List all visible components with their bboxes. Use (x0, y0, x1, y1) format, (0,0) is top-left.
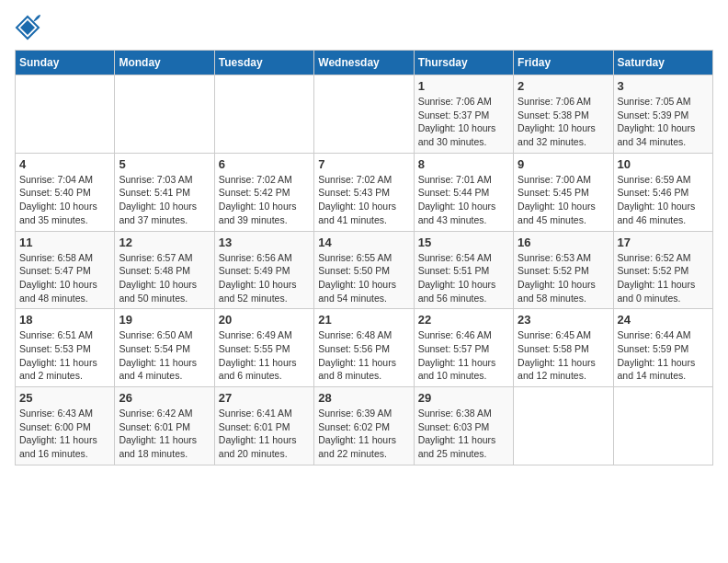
day-info: Sunrise: 6:52 AMSunset: 5:52 PMDaylight:… (618, 251, 709, 305)
day-number: 2 (518, 79, 609, 93)
calendar-cell: 23 Sunrise: 6:45 AMSunset: 5:58 PMDaylig… (514, 309, 613, 387)
calendar-body: 1 Sunrise: 7:06 AMSunset: 5:37 PMDayligh… (16, 75, 713, 465)
day-info: Sunrise: 6:49 AMSunset: 5:55 PMDaylight:… (219, 328, 310, 383)
day-info: Sunrise: 6:58 AMSunset: 5:47 PMDaylight:… (19, 251, 110, 305)
day-info: Sunrise: 6:44 AMSunset: 5:59 PMDaylight:… (618, 328, 709, 383)
day-number: 20 (219, 313, 310, 327)
day-info: Sunrise: 6:59 AMSunset: 5:46 PMDaylight:… (618, 173, 709, 227)
day-info: Sunrise: 6:38 AMSunset: 6:03 PMDaylight:… (418, 407, 509, 461)
calendar-cell: 17 Sunrise: 6:52 AMSunset: 5:52 PMDaylig… (613, 231, 712, 309)
day-number: 29 (418, 391, 509, 405)
day-number: 22 (418, 313, 509, 327)
day-number: 9 (518, 157, 609, 171)
week-row: 4 Sunrise: 7:04 AMSunset: 5:40 PMDayligh… (16, 153, 713, 231)
calendar-cell: 28 Sunrise: 6:39 AMSunset: 6:02 PMDaylig… (314, 387, 414, 465)
page-header (15, 15, 713, 40)
day-number: 23 (518, 313, 609, 327)
day-number: 4 (19, 157, 110, 171)
day-number: 19 (119, 313, 210, 327)
calendar-cell: 12 Sunrise: 6:57 AMSunset: 5:48 PMDaylig… (115, 231, 214, 309)
calendar-table: SundayMondayTuesdayWednesdayThursdayFrid… (15, 50, 713, 465)
day-number: 7 (318, 157, 409, 171)
calendar-cell: 15 Sunrise: 6:54 AMSunset: 5:51 PMDaylig… (414, 231, 513, 309)
calendar-cell (214, 75, 313, 154)
calendar-cell: 8 Sunrise: 7:01 AMSunset: 5:44 PMDayligh… (414, 153, 513, 231)
day-info: Sunrise: 6:53 AMSunset: 5:52 PMDaylight:… (518, 251, 609, 305)
calendar-cell: 20 Sunrise: 6:49 AMSunset: 5:55 PMDaylig… (214, 309, 313, 387)
day-number: 12 (119, 236, 210, 249)
calendar-cell (514, 387, 613, 465)
calendar-cell: 16 Sunrise: 6:53 AMSunset: 5:52 PMDaylig… (514, 231, 613, 309)
day-header-sunday: Sunday (16, 51, 115, 75)
day-info: Sunrise: 6:51 AMSunset: 5:53 PMDaylight:… (19, 328, 110, 383)
day-info: Sunrise: 6:57 AMSunset: 5:48 PMDaylight:… (119, 251, 210, 305)
logo (15, 15, 42, 40)
day-header-saturday: Saturday (613, 51, 712, 75)
calendar-cell: 5 Sunrise: 7:03 AMSunset: 5:41 PMDayligh… (115, 153, 214, 231)
day-number: 24 (618, 313, 709, 327)
day-info: Sunrise: 7:04 AMSunset: 5:40 PMDaylight:… (19, 173, 110, 227)
calendar-cell (314, 75, 414, 154)
calendar-cell: 13 Sunrise: 6:56 AMSunset: 5:49 PMDaylig… (214, 231, 313, 309)
day-info: Sunrise: 6:42 AMSunset: 6:01 PMDaylight:… (119, 407, 210, 461)
week-row: 18 Sunrise: 6:51 AMSunset: 5:53 PMDaylig… (16, 309, 713, 387)
calendar-cell: 1 Sunrise: 7:06 AMSunset: 5:37 PMDayligh… (414, 75, 513, 154)
day-number: 3 (618, 79, 709, 93)
day-number: 13 (219, 236, 310, 249)
day-info: Sunrise: 7:03 AMSunset: 5:41 PMDaylight:… (119, 173, 210, 227)
day-number: 6 (219, 157, 310, 171)
day-number: 10 (618, 157, 709, 171)
day-info: Sunrise: 7:05 AMSunset: 5:39 PMDaylight:… (618, 95, 709, 149)
calendar-cell: 3 Sunrise: 7:05 AMSunset: 5:39 PMDayligh… (613, 75, 712, 154)
week-row: 25 Sunrise: 6:43 AMSunset: 6:00 PMDaylig… (16, 387, 713, 465)
calendar-cell: 9 Sunrise: 7:00 AMSunset: 5:45 PMDayligh… (514, 153, 613, 231)
calendar-cell: 19 Sunrise: 6:50 AMSunset: 5:54 PMDaylig… (115, 309, 214, 387)
calendar-cell: 14 Sunrise: 6:55 AMSunset: 5:50 PMDaylig… (314, 231, 414, 309)
day-number: 28 (318, 391, 409, 405)
week-row: 11 Sunrise: 6:58 AMSunset: 5:47 PMDaylig… (16, 231, 713, 309)
calendar-cell: 4 Sunrise: 7:04 AMSunset: 5:40 PMDayligh… (16, 153, 115, 231)
day-number: 25 (19, 391, 110, 405)
calendar-cell: 22 Sunrise: 6:46 AMSunset: 5:57 PMDaylig… (414, 309, 513, 387)
day-info: Sunrise: 6:55 AMSunset: 5:50 PMDaylight:… (318, 251, 409, 305)
day-number: 15 (418, 236, 509, 249)
calendar-cell: 2 Sunrise: 7:06 AMSunset: 5:38 PMDayligh… (514, 75, 613, 154)
day-info: Sunrise: 6:56 AMSunset: 5:49 PMDaylight:… (219, 251, 310, 305)
calendar-cell: 7 Sunrise: 7:02 AMSunset: 5:43 PMDayligh… (314, 153, 414, 231)
day-info: Sunrise: 7:06 AMSunset: 5:38 PMDaylight:… (518, 95, 609, 149)
day-info: Sunrise: 7:01 AMSunset: 5:44 PMDaylight:… (418, 173, 509, 227)
week-row: 1 Sunrise: 7:06 AMSunset: 5:37 PMDayligh… (16, 75, 713, 154)
calendar-cell: 21 Sunrise: 6:48 AMSunset: 5:56 PMDaylig… (314, 309, 414, 387)
day-number: 5 (119, 157, 210, 171)
day-info: Sunrise: 7:06 AMSunset: 5:37 PMDaylight:… (418, 95, 509, 149)
calendar-cell: 24 Sunrise: 6:44 AMSunset: 5:59 PMDaylig… (613, 309, 712, 387)
logo-icon (15, 15, 40, 40)
day-number: 18 (19, 313, 110, 327)
calendar-cell (115, 75, 214, 154)
calendar-cell: 18 Sunrise: 6:51 AMSunset: 5:53 PMDaylig… (16, 309, 115, 387)
day-number: 17 (618, 236, 709, 249)
day-info: Sunrise: 6:45 AMSunset: 5:58 PMDaylight:… (518, 328, 609, 383)
day-header-wednesday: Wednesday (314, 51, 414, 75)
calendar-cell: 10 Sunrise: 6:59 AMSunset: 5:46 PMDaylig… (613, 153, 712, 231)
day-number: 14 (318, 236, 409, 249)
day-info: Sunrise: 6:41 AMSunset: 6:01 PMDaylight:… (219, 407, 310, 461)
day-number: 8 (418, 157, 509, 171)
day-info: Sunrise: 7:02 AMSunset: 5:43 PMDaylight:… (318, 173, 409, 227)
day-info: Sunrise: 6:43 AMSunset: 6:00 PMDaylight:… (19, 407, 110, 461)
day-info: Sunrise: 6:48 AMSunset: 5:56 PMDaylight:… (318, 328, 409, 383)
day-number: 11 (19, 236, 110, 249)
calendar-cell: 25 Sunrise: 6:43 AMSunset: 6:00 PMDaylig… (16, 387, 115, 465)
day-header-tuesday: Tuesday (214, 51, 313, 75)
day-info: Sunrise: 6:50 AMSunset: 5:54 PMDaylight:… (119, 328, 210, 383)
day-number: 21 (318, 313, 409, 327)
calendar-cell: 11 Sunrise: 6:58 AMSunset: 5:47 PMDaylig… (16, 231, 115, 309)
day-info: Sunrise: 6:46 AMSunset: 5:57 PMDaylight:… (418, 328, 509, 383)
day-info: Sunrise: 6:39 AMSunset: 6:02 PMDaylight:… (318, 407, 409, 461)
calendar-cell (613, 387, 712, 465)
day-number: 26 (119, 391, 210, 405)
day-number: 1 (418, 79, 509, 93)
day-info: Sunrise: 6:54 AMSunset: 5:51 PMDaylight:… (418, 251, 509, 305)
calendar-cell: 26 Sunrise: 6:42 AMSunset: 6:01 PMDaylig… (115, 387, 214, 465)
calendar-cell: 6 Sunrise: 7:02 AMSunset: 5:42 PMDayligh… (214, 153, 313, 231)
